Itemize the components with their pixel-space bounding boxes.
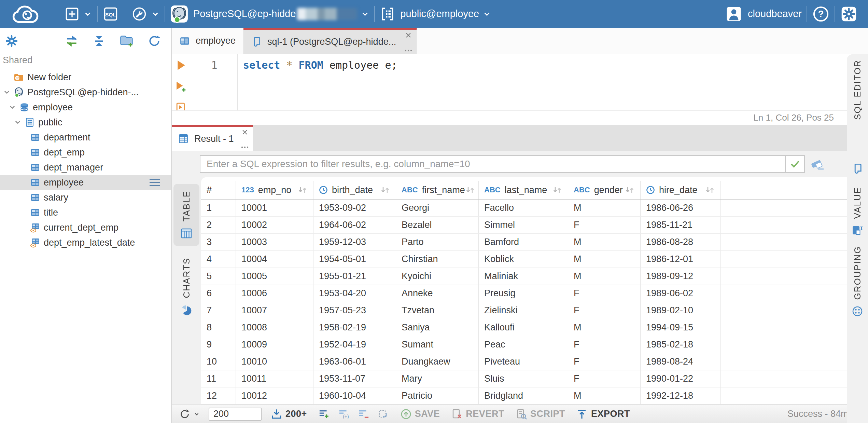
data-cell[interactable]: 1958-02-19 [313, 319, 396, 336]
execute-query-new-tab-button[interactable] [176, 81, 187, 92]
data-cell[interactable]: 1954-05-01 [313, 251, 396, 268]
data-cell[interactable]: 1989-06-02 [641, 285, 721, 302]
data-cell[interactable]: M [568, 387, 641, 404]
data-cell[interactable]: 10012 [236, 387, 313, 404]
data-cell[interactable]: Patricio [396, 387, 479, 404]
sort-arrows-icon[interactable] [705, 186, 715, 194]
column-header-first-name[interactable]: ABCfirst_name [396, 181, 479, 199]
data-cell[interactable]: 10009 [236, 336, 313, 353]
data-cell[interactable]: Maliniak [479, 268, 568, 285]
result-tab[interactable]: Result - 1 [172, 125, 253, 151]
chevron-down-icon[interactable] [2, 88, 12, 96]
tree-item-employee[interactable]: employee [0, 100, 171, 115]
column-header-birth-date[interactable]: birth_date [313, 181, 396, 199]
data-cell[interactable]: 1985-02-18 [641, 336, 721, 353]
data-cell[interactable]: Duangkaew [396, 353, 479, 370]
data-cell[interactable]: 1955-01-21 [313, 268, 396, 285]
tree-item-current-dept-emp[interactable]: current_dept_emp [0, 220, 171, 235]
data-cell[interactable]: 1990-01-22 [641, 370, 721, 387]
new-folder-button[interactable] [119, 34, 134, 48]
data-cell[interactable]: 1953-11-07 [313, 370, 396, 387]
data-cell[interactable]: M [568, 200, 641, 216]
data-cell[interactable]: Bridgland [479, 387, 568, 404]
execute-query-button[interactable] [176, 60, 187, 71]
tree-item-dept-emp-latest-date[interactable]: dept_emp_latest_date [0, 235, 171, 250]
data-cell[interactable]: Bezalel [396, 217, 479, 233]
tab-table[interactable]: TABLE [173, 184, 199, 246]
data-cell[interactable]: 1986-12-01 [641, 251, 721, 268]
sync-connection-button[interactable] [65, 35, 79, 47]
clear-filter-button[interactable] [811, 158, 825, 170]
data-cell[interactable]: M [568, 234, 641, 250]
tab-sql-editor[interactable]: SQL EDITOR [852, 60, 863, 175]
tree-item-new-folder[interactable]: New folder [0, 70, 171, 85]
data-cell[interactable]: 1963-06-01 [313, 353, 396, 370]
data-cell[interactable]: F [568, 336, 641, 353]
tab-employee[interactable]: employee [172, 28, 243, 54]
data-cell[interactable]: Saniya [396, 319, 479, 336]
chevron-down-icon[interactable] [8, 104, 17, 111]
sort-arrows-icon[interactable] [465, 186, 475, 194]
data-cell[interactable]: Piveteau [479, 353, 568, 370]
data-cell[interactable]: 1986-06-26 [641, 200, 721, 216]
column-header-emp-no[interactable]: 123emp_no [236, 181, 313, 199]
data-cell[interactable]: 1985-11-21 [641, 217, 721, 233]
data-cell[interactable]: Kyoichi [396, 268, 479, 285]
add-row-button[interactable] [319, 409, 330, 420]
data-cell[interactable]: 10002 [236, 217, 313, 233]
data-cell[interactable]: 1989-09-12 [641, 268, 721, 285]
data-cell[interactable]: Tzvetan [396, 302, 479, 319]
close-icon[interactable] [405, 32, 412, 39]
sort-arrows-icon[interactable] [552, 186, 562, 194]
tree-item-salary[interactable]: salary [0, 190, 171, 205]
tree-item-employee[interactable]: employee [0, 175, 171, 190]
tree-item-dept-emp[interactable]: dept_emp [0, 145, 171, 160]
settings-button[interactable] [840, 5, 858, 23]
data-cell[interactable]: 1986-08-28 [641, 234, 721, 250]
data-cell[interactable]: 10011 [236, 370, 313, 387]
data-cell[interactable]: Peac [479, 336, 568, 353]
navigator-settings-button[interactable] [4, 33, 19, 49]
data-cell[interactable]: Mary [396, 370, 479, 387]
export-button[interactable]: EXPORT [577, 409, 630, 420]
item-actions-icon[interactable] [149, 178, 161, 187]
data-cell[interactable]: 1964-06-02 [313, 217, 396, 233]
data-cell[interactable]: 10006 [236, 285, 313, 302]
data-cell[interactable]: Kalloufi [479, 319, 568, 336]
data-cell[interactable]: 10008 [236, 319, 313, 336]
new-sql-editor-button[interactable]: SQL [102, 6, 119, 22]
tab-sql-1-postgresql-ep-hidde[interactable]: sql-1 (PostgreSQL@ep-hidde... [243, 28, 417, 54]
tree-item-postgresql-ep-hidden[interactable]: PostgreSQL@ep-hidden-... [0, 85, 171, 100]
tree-item-public[interactable]: public [0, 115, 171, 130]
data-cell[interactable]: 10003 [236, 234, 313, 250]
data-cell[interactable]: Facello [479, 200, 568, 216]
data-cell[interactable]: F [568, 285, 641, 302]
delete-row-button[interactable] [358, 409, 369, 420]
tab-menu-icon[interactable] [404, 49, 412, 52]
data-cell[interactable]: Sluis [479, 370, 568, 387]
data-cell[interactable]: Parto [396, 234, 479, 250]
data-cell[interactable]: 1960-10-04 [313, 387, 396, 404]
help-button[interactable]: ? [812, 5, 830, 23]
data-cell[interactable]: 10004 [236, 251, 313, 268]
tab-grouping[interactable]: GROUPING [852, 246, 863, 317]
apply-filter-button[interactable] [785, 156, 804, 172]
data-cell[interactable]: 1992-12-18 [641, 387, 721, 404]
script-button[interactable]: SCRIPT [516, 409, 565, 420]
sort-arrows-icon[interactable] [297, 186, 308, 194]
data-cell[interactable]: F [568, 217, 641, 233]
tab-charts[interactable]: CHARTS [173, 251, 199, 323]
data-cell[interactable]: 10005 [236, 268, 313, 285]
data-cell[interactable]: Zielinski [479, 302, 568, 319]
data-cell[interactable]: 1953-04-20 [313, 285, 396, 302]
data-cell[interactable]: 1994-09-15 [641, 319, 721, 336]
data-cell[interactable]: Simmel [479, 217, 568, 233]
sql-code-line[interactable]: select * FROM employee e; [238, 54, 397, 110]
filter-input[interactable] [200, 156, 785, 172]
data-cell[interactable]: 1959-12-03 [313, 234, 396, 250]
data-cell[interactable]: Koblick [479, 251, 568, 268]
data-cell[interactable]: Chirstian [396, 251, 479, 268]
data-cell[interactable]: Preusig [479, 285, 568, 302]
tab-menu-icon[interactable] [241, 146, 249, 149]
tools-button[interactable] [131, 6, 160, 22]
